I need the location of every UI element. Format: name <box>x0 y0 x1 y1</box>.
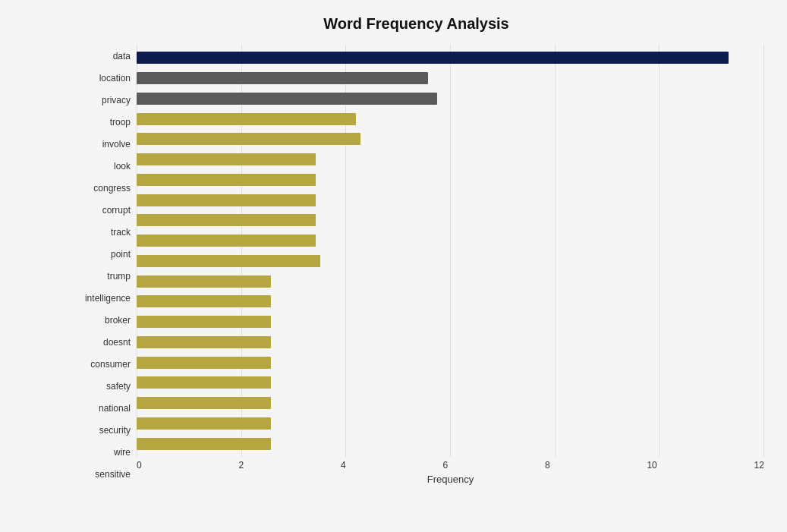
bar-row <box>137 356 764 370</box>
y-axis-label: point <box>68 250 131 259</box>
bar-row <box>137 51 764 65</box>
bar <box>137 214 316 226</box>
y-axis-label: security <box>68 426 131 435</box>
chart-container: Word Frequency Analysis datalocationpriv… <box>0 0 787 532</box>
y-axis-label: troop <box>68 118 131 127</box>
bar-row <box>137 194 764 207</box>
y-axis-label: corrupt <box>68 206 131 215</box>
bar <box>137 376 271 389</box>
x-tick-label: 0 <box>137 460 142 471</box>
bar <box>137 275 271 288</box>
bar-row <box>137 213 764 227</box>
bar-row <box>137 254 764 268</box>
y-axis-label: safety <box>68 382 131 391</box>
bar <box>137 93 437 105</box>
x-tick-label: 12 <box>754 460 764 471</box>
chart-plot-area <box>137 45 764 457</box>
bar <box>137 52 729 64</box>
bar-row <box>137 71 764 85</box>
x-axis-ticks: 024681012 <box>137 457 764 471</box>
y-axis-label: location <box>68 74 131 83</box>
y-axis: datalocationprivacytroopinvolvelookcongr… <box>68 45 137 485</box>
bar-row <box>137 112 764 126</box>
bar <box>137 316 271 328</box>
bar <box>137 255 320 267</box>
x-tick-label: 4 <box>341 460 346 471</box>
y-axis-label: involve <box>68 140 131 149</box>
bar <box>137 295 271 307</box>
bar <box>137 133 360 145</box>
bar-row <box>137 234 764 247</box>
bar <box>137 438 271 450</box>
bars-container <box>137 45 764 457</box>
bar <box>137 397 271 409</box>
chart-title: Word Frequency Analysis <box>68 15 764 33</box>
x-tick-label: 2 <box>238 460 244 471</box>
x-axis-label: Frequency <box>137 474 764 485</box>
bar-row <box>137 417 764 430</box>
bar-row <box>137 437 764 451</box>
bar <box>137 194 316 206</box>
y-axis-label: trump <box>68 272 131 281</box>
bar-row <box>137 335 764 349</box>
y-axis-label: privacy <box>68 96 131 105</box>
bar <box>137 357 271 369</box>
bar-row <box>137 275 764 288</box>
bar-row <box>137 315 764 329</box>
bar-row <box>137 92 764 105</box>
y-axis-label: broker <box>68 316 131 325</box>
bar-row <box>137 153 764 166</box>
y-axis-label: data <box>68 52 131 61</box>
x-tick-label: 10 <box>647 460 656 471</box>
bar-row <box>137 132 764 146</box>
y-axis-label: track <box>68 228 131 237</box>
x-tick-label: 8 <box>545 460 550 471</box>
y-axis-label: sensitive <box>68 470 131 479</box>
y-axis-label: look <box>68 162 131 171</box>
bar-row <box>137 294 764 308</box>
bar <box>137 153 316 165</box>
y-axis-label: consumer <box>68 360 131 369</box>
bar <box>137 113 356 125</box>
bar <box>137 336 271 348</box>
bar <box>137 235 316 247</box>
bar-row <box>137 396 764 410</box>
bar <box>137 174 316 186</box>
y-axis-label: wire <box>68 448 131 457</box>
bar <box>137 72 428 84</box>
bar-row <box>137 173 764 187</box>
y-axis-label: doesnt <box>68 338 131 347</box>
bar-row <box>137 376 764 389</box>
bar <box>137 417 271 430</box>
y-axis-label: intelligence <box>68 294 131 303</box>
y-axis-label: congress <box>68 184 131 193</box>
y-axis-label: national <box>68 404 131 413</box>
x-tick-label: 6 <box>442 460 448 471</box>
